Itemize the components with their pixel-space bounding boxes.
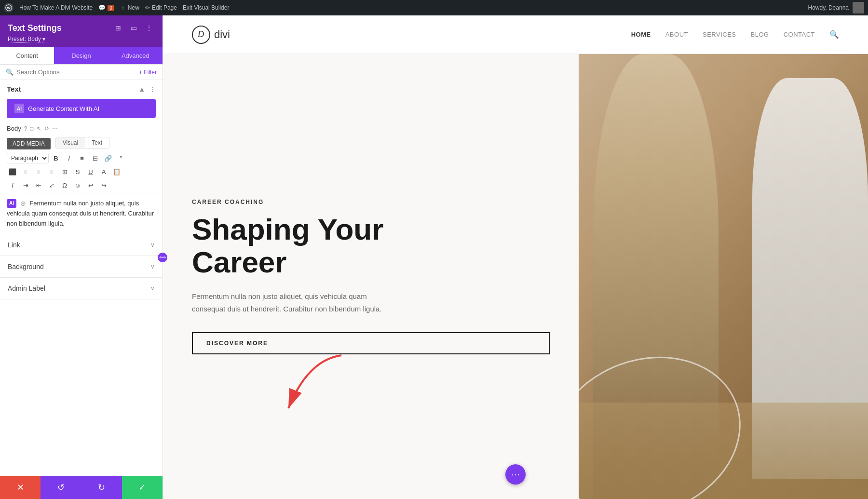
- panel-header: Text Settings ⊞ ▭ ⋮ Preset: Body ▾: [0, 15, 163, 47]
- bold-button[interactable]: B: [50, 152, 62, 164]
- align-left-button[interactable]: ⬛: [7, 166, 18, 177]
- admin-label-chevron: ∨: [150, 285, 155, 292]
- redo-button[interactable]: ↻: [81, 476, 122, 499]
- logo-circle: D: [192, 26, 210, 44]
- admin-label-section-header[interactable]: Admin Label ∨: [0, 278, 163, 299]
- link-section-header[interactable]: Link ∨: [0, 234, 163, 256]
- toolbar-row-1: Paragraph B I ≡ ⊟ 🔗 ": [7, 152, 156, 164]
- hero-cta-button[interactable]: DISCOVER MORE: [192, 332, 550, 354]
- copy-format-button[interactable]: 📋: [111, 166, 122, 177]
- site-nav-links: HOME ABOUT SERVICES BLOG CONTACT 🔍: [631, 30, 839, 39]
- panel-title: Text Settings: [8, 23, 62, 33]
- editor-tab-bar: Visual Text: [55, 137, 109, 148]
- toolbar-row-2: ⬛ ≡ ≡ ≡ ⊞ S U A 📋: [7, 166, 156, 177]
- text-section-title: Text: [7, 85, 21, 93]
- floating-action-button[interactable]: ⋯: [505, 464, 526, 485]
- panel-tabs: Content Design Advanced: [0, 47, 163, 65]
- cancel-button[interactable]: ✕: [0, 476, 41, 499]
- visual-tab[interactable]: Visual: [56, 137, 85, 148]
- hero-description: Fermentum nulla non justo aliquet, quis …: [192, 290, 394, 315]
- admin-bar-right: Howdy, Deanna: [808, 2, 865, 13]
- ai-inline-badge: AI: [7, 199, 16, 208]
- body-device-icon[interactable]: □: [30, 125, 33, 132]
- link-button[interactable]: 🔗: [102, 152, 114, 164]
- undo2-button[interactable]: ↩: [85, 179, 96, 191]
- nav-about[interactable]: ABOUT: [665, 31, 688, 38]
- admin-bar-user[interactable]: Howdy, Deanna: [808, 2, 865, 13]
- nav-home[interactable]: HOME: [631, 31, 651, 38]
- ai-icon: AI: [14, 104, 24, 113]
- panel-expand-icon[interactable]: ⊞: [112, 22, 124, 34]
- body-row: Body ? □ ↖ ↺ ⋯: [0, 123, 163, 135]
- blockquote-button[interactable]: ": [115, 152, 127, 164]
- collapse-icon[interactable]: ▲: [138, 85, 145, 93]
- admin-bar-comment[interactable]: 💬 0: [98, 4, 114, 11]
- site-logo: D divi: [192, 26, 230, 44]
- italic2-button[interactable]: I: [7, 179, 18, 191]
- panel-more-icon[interactable]: ⋮: [143, 22, 155, 34]
- main-layout: Text Settings ⊞ ▭ ⋮ Preset: Body ▾ Conte…: [0, 15, 868, 499]
- resize-handle[interactable]: ⟺: [158, 253, 167, 262]
- body-pointer-icon[interactable]: ↖: [37, 125, 41, 132]
- admin-label-label: Admin Label: [8, 284, 45, 292]
- emoji-button[interactable]: ☺: [72, 179, 83, 191]
- align-right-button[interactable]: ≡: [33, 166, 44, 177]
- panel-preset[interactable]: Preset: Body ▾: [8, 36, 155, 42]
- body-undo-icon[interactable]: ↺: [44, 125, 49, 132]
- admin-bar-new[interactable]: ＋ New: [120, 4, 139, 12]
- link-chevron: ∨: [150, 242, 155, 248]
- editor-text: Fermentum nulla non justo aliquet, quis …: [7, 200, 154, 228]
- omega-button[interactable]: Ω: [59, 179, 70, 191]
- wp-logo[interactable]: W: [4, 3, 14, 13]
- align-justify-button[interactable]: ≡: [46, 166, 57, 177]
- nav-services[interactable]: SERVICES: [703, 31, 736, 38]
- underline-button[interactable]: U: [85, 166, 96, 177]
- text-section-icons: ▲ ⋮: [138, 85, 156, 93]
- hero-image: [579, 54, 868, 499]
- save-button[interactable]: ✓: [122, 476, 163, 499]
- left-panel: Text Settings ⊞ ▭ ⋮ Preset: Body ▾ Conte…: [0, 15, 163, 499]
- nav-contact[interactable]: CONTACT: [784, 31, 815, 38]
- indent-button[interactable]: ⇥: [20, 179, 31, 191]
- body-help-icon[interactable]: ?: [24, 125, 27, 132]
- search-icon: 🔍: [6, 68, 14, 76]
- section-more-icon[interactable]: ⋮: [149, 85, 156, 93]
- site-nav: D divi HOME ABOUT SERVICES BLOG CONTACT …: [163, 15, 868, 54]
- outdent-button[interactable]: ⇤: [33, 179, 44, 191]
- admin-label-section: Admin Label ∨: [0, 278, 163, 299]
- tab-design[interactable]: Design: [54, 47, 108, 64]
- toolbar-row-3: I ⇥ ⇤ ⤢ Ω ☺ ↩ ↪: [7, 179, 156, 191]
- tab-advanced[interactable]: Advanced: [108, 47, 163, 64]
- background-section-header[interactable]: Background ∨: [0, 256, 163, 277]
- admin-bar-edit-page[interactable]: ✏ Edit Page: [145, 4, 177, 11]
- editor-content-area[interactable]: AI ⊕ Fermentum nulla non justo aliquet, …: [0, 193, 163, 234]
- body-label: Body: [7, 125, 21, 132]
- text-color-button[interactable]: A: [98, 166, 109, 177]
- link-label: Link: [8, 241, 20, 249]
- bullet-list-button[interactable]: ≡: [76, 152, 88, 164]
- editor-toolbar: ADD MEDIA Visual Text Paragraph B I ≡ ⊟ …: [0, 135, 163, 193]
- admin-bar-site-name[interactable]: How To Make A Divi Website: [19, 4, 93, 11]
- fullscreen-button[interactable]: ⤢: [46, 179, 57, 191]
- ordered-list-button[interactable]: ⊟: [89, 152, 101, 164]
- ai-generate-button[interactable]: AI Generate Content With AI: [7, 99, 156, 118]
- ai-inline-extra-icon[interactable]: ⊕: [20, 198, 26, 209]
- panel-columns-icon[interactable]: ▭: [128, 22, 139, 34]
- undo-button[interactable]: ↺: [41, 476, 81, 499]
- table-button[interactable]: ⊞: [59, 166, 70, 177]
- nav-search-icon[interactable]: 🔍: [829, 30, 839, 39]
- add-media-button[interactable]: ADD MEDIA: [7, 138, 51, 149]
- admin-bar-exit-builder[interactable]: Exit Visual Builder: [183, 4, 230, 11]
- nav-blog[interactable]: BLOG: [751, 31, 769, 38]
- tab-content[interactable]: Content: [0, 47, 54, 64]
- align-center-button[interactable]: ≡: [20, 166, 31, 177]
- strikethrough-button[interactable]: S: [72, 166, 83, 177]
- search-input[interactable]: [16, 68, 136, 76]
- body-more-icon[interactable]: ⋯: [52, 125, 58, 132]
- italic-button[interactable]: I: [63, 152, 75, 164]
- filter-button[interactable]: + Filter: [139, 69, 157, 76]
- redo2-button[interactable]: ↪: [98, 179, 109, 191]
- admin-bar: W How To Make A Divi Website 💬 0 ＋ New ✏…: [0, 0, 868, 15]
- text-tab[interactable]: Text: [85, 137, 109, 148]
- paragraph-select[interactable]: Paragraph: [7, 153, 49, 163]
